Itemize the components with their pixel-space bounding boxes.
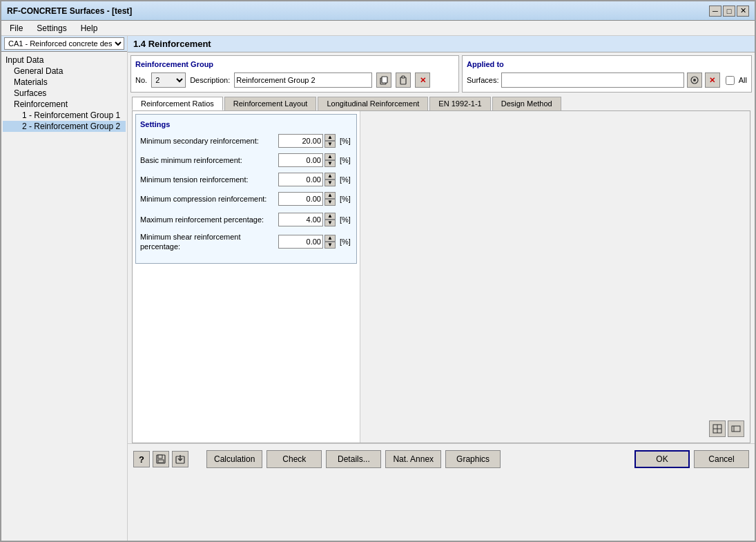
settings-input-2[interactable] [278, 173, 323, 186]
spin-up-0[interactable]: ▲ [324, 134, 336, 141]
tree-reinf-group-2[interactable]: 2 - Reinforcement Group 2 [3, 121, 126, 132]
unit-1: [%] [340, 156, 351, 164]
svg-point-5 [693, 79, 696, 81]
spin-up-2[interactable]: ▲ [324, 173, 336, 180]
bottom-center-buttons: Calculation Check Details... Nat. Annex … [193, 450, 630, 468]
tab-design-method[interactable]: Design Method [492, 97, 561, 110]
settings-row-0: Minimum secondary reinforcement: ▲ ▼ [%] [140, 134, 352, 148]
tab-en-1992[interactable]: EN 1992-1-1 [429, 97, 490, 110]
spin-up-5[interactable]: ▲ [324, 235, 336, 242]
surfaces-label: Surfaces: [467, 76, 498, 84]
cancel-button[interactable]: Cancel [694, 450, 749, 468]
view-icon-1[interactable] [709, 420, 726, 437]
unit-3: [%] [340, 195, 351, 203]
applied-to-panel: Applied to Surfaces: ✕ All [462, 55, 752, 93]
case-dropdown[interactable]: CA1 - Reinforced concrete desi [4, 37, 124, 50]
unit-0: [%] [340, 137, 351, 145]
preview-icons [709, 420, 744, 437]
help-icon-btn[interactable]: ? [133, 451, 150, 467]
tree-general-data[interactable]: General Data [3, 66, 126, 77]
copy-button[interactable] [376, 72, 391, 88]
tab-reinforcement-layout[interactable]: Reinforcement Layout [224, 97, 317, 110]
surfaces-select-btn[interactable] [687, 72, 702, 88]
surfaces-delete-btn[interactable]: ✕ [705, 72, 720, 88]
desc-input[interactable] [234, 72, 372, 88]
spin-down-4[interactable]: ▼ [324, 220, 336, 226]
no-select[interactable]: 2 [151, 72, 186, 88]
delete-button[interactable]: ✕ [415, 72, 430, 88]
settings-row-5: Minimum shear reinforcement percentage: … [140, 232, 352, 252]
spin-up-1[interactable]: ▲ [324, 153, 336, 160]
settings-input-wrap-3: ▲ ▼ [%] [278, 192, 351, 206]
tree-reinforcement[interactable]: Reinforcement [3, 99, 126, 110]
svg-rect-9 [732, 426, 740, 432]
right-tab-column [360, 111, 750, 443]
settings-input-1[interactable] [278, 153, 323, 167]
surfaces-input[interactable] [501, 72, 684, 88]
view-icon-2[interactable] [728, 420, 744, 437]
settings-label-3: Minimum compression reinforcement: [140, 194, 278, 204]
tree-surfaces[interactable]: Surfaces [3, 88, 126, 99]
tab-reinforcement-ratios[interactable]: Reinforcement Ratios [132, 97, 223, 110]
svg-rect-3 [402, 76, 405, 78]
paste-button[interactable] [396, 72, 411, 88]
spin-btns-4: ▲ ▼ [324, 213, 336, 226]
settings-label-1: Basic minimum reinforcement: [140, 155, 278, 165]
tab-longitudinal-reinforcement[interactable]: Longitudinal Reinforcement [318, 97, 428, 110]
spin-down-2[interactable]: ▼ [324, 180, 336, 186]
bottom-right-buttons: OK Cancel [634, 450, 749, 468]
svg-rect-12 [158, 455, 162, 458]
bottom-bar: ? Calculation Check Details... Nat. Anne… [128, 443, 755, 474]
menu-file[interactable]: File [4, 22, 28, 35]
spin-up-3[interactable]: ▲ [324, 192, 336, 199]
settings-row-4: Maximum reinforcement percentage: ▲ ▼ [%… [140, 213, 352, 226]
spin-down-0[interactable]: ▼ [324, 141, 336, 148]
graphics-button[interactable]: Graphics [445, 450, 501, 468]
settings-row-3: Minimum compression reinforcement: ▲ ▼ [… [140, 192, 352, 206]
left-panel: CA1 - Reinforced concrete desi Input Dat… [1, 36, 128, 541]
unit-2: [%] [340, 175, 351, 184]
reinf-group-title: Reinforcement Group [135, 60, 454, 68]
spin-up-4[interactable]: ▲ [324, 213, 336, 220]
desc-label: Description: [190, 76, 230, 84]
maximize-button[interactable]: □ [723, 6, 735, 17]
reinf-group-row: No. 2 Description: ✕ [135, 72, 454, 88]
export-icon-btn[interactable] [172, 451, 188, 467]
settings-input-4[interactable] [278, 213, 323, 226]
details-button[interactable]: Details... [326, 450, 381, 468]
spin-down-1[interactable]: ▼ [324, 160, 336, 167]
settings-input-5[interactable] [278, 235, 323, 249]
spin-down-5[interactable]: ▼ [324, 242, 336, 249]
save-icon-btn[interactable] [153, 451, 169, 467]
tree-materials[interactable]: Materials [3, 77, 126, 88]
tabs-area: Reinforcement Ratios Reinforcement Layou… [132, 97, 750, 443]
calculation-button[interactable]: Calculation [206, 450, 262, 468]
ok-button[interactable]: OK [634, 450, 690, 468]
all-label: All [739, 76, 747, 84]
unit-5: [%] [340, 238, 351, 246]
spin-btns-3: ▲ ▼ [324, 192, 336, 206]
settings-input-wrap-4: ▲ ▼ [%] [278, 213, 351, 226]
settings-label-5: Minimum shear reinforcement percentage: [140, 232, 278, 252]
tree-input-data[interactable]: Input Data [3, 55, 126, 66]
tree-reinf-group-1[interactable]: 1 - Reinforcement Group 1 [3, 110, 126, 121]
unit-4: [%] [340, 215, 351, 224]
settings-input-wrap-0: ▲ ▼ [%] [278, 134, 351, 148]
tree-container: Input Data General Data Materials Surfac… [1, 52, 127, 541]
window-title: RF-CONCRETE Surfaces - [test] [7, 6, 132, 16]
settings-label-0: Minimum secondary reinforcement: [140, 136, 278, 146]
spin-down-3[interactable]: ▼ [324, 199, 336, 206]
minimize-button[interactable]: ─ [709, 6, 721, 17]
section-header: 1.4 Reinforcement [128, 36, 755, 52]
check-button[interactable]: Check [266, 450, 322, 468]
no-label: No. [135, 76, 147, 84]
close-button[interactable]: ✕ [737, 6, 749, 17]
left-panel-header: CA1 - Reinforced concrete desi [1, 36, 127, 52]
settings-input-0[interactable] [278, 134, 323, 148]
menu-help[interactable]: Help [75, 22, 104, 35]
nat-annex-button[interactable]: Nat. Annex [385, 450, 441, 468]
menu-settings[interactable]: Settings [31, 22, 72, 35]
settings-input-3[interactable] [278, 192, 323, 206]
all-checkbox[interactable] [726, 76, 735, 85]
spin-btns-2: ▲ ▼ [324, 173, 336, 186]
